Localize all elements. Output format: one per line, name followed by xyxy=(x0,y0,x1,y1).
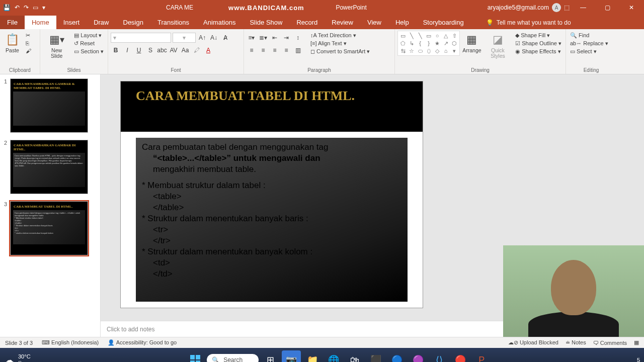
explorer-icon[interactable]: 📁 xyxy=(303,350,322,362)
font-color-button[interactable]: A xyxy=(203,45,213,55)
change-case-button[interactable]: Aa xyxy=(180,45,190,55)
thumbnail-2[interactable]: 2 CARA MENAMBAHKAN GAMBAR DI HTML.Cara m… xyxy=(2,140,98,194)
tab-insert[interactable]: Insert xyxy=(56,16,87,29)
shape-outline-button[interactable]: ☑ Shape Outline ▾ xyxy=(514,40,563,47)
tab-review[interactable]: Review xyxy=(325,16,360,29)
copilot-icon[interactable]: 🟣 xyxy=(409,350,428,362)
line-spacing-icon[interactable]: ↕ xyxy=(293,33,303,43)
bandicam-watermark: www.BANDICAM.com xyxy=(228,4,304,12)
slide-body[interactable]: Cara pembuatan tabel dengan menggunakan … xyxy=(136,138,408,302)
camera-app-icon[interactable]: 📷 xyxy=(282,350,301,362)
tray-time[interactable]: 5 xyxy=(637,357,640,362)
slide-indicator[interactable]: Slide 3 of 3 xyxy=(5,340,33,346)
autosave-icon[interactable]: 💾 xyxy=(3,4,11,11)
shapes-gallery[interactable]: ▭╲╲▭○△⇧ ⬠↳{}★↗⬡ ⇆☆⬭⬯◇⌂▾ xyxy=(397,31,460,56)
thumbnail-1[interactable]: 1 CARA MENAMBAHKAN GAMBAR & MEMBUAT TABE… xyxy=(2,78,98,133)
underline-button[interactable]: U xyxy=(134,45,144,55)
clear-format-icon[interactable]: A̷ xyxy=(220,33,230,43)
copy-icon[interactable]: ⎘ xyxy=(24,40,33,47)
section-button[interactable]: ▭ Section ▾ xyxy=(72,48,105,55)
titlebar: 💾 ↶ ↷ ▭ ▾ CARA MEwww.BANDICAM.com PowerP… xyxy=(0,0,644,15)
select-button[interactable]: ▭ Select ▾ xyxy=(569,48,610,55)
redo-icon[interactable]: ↷ xyxy=(24,4,29,11)
replace-button[interactable]: ab↔ Replace ▾ xyxy=(569,40,610,47)
system-tray[interactable]: 5 xyxy=(637,357,640,362)
increase-font-icon[interactable]: A↑ xyxy=(197,33,207,43)
tab-storyboarding[interactable]: Storyboarding xyxy=(416,16,471,29)
webcam-overlay xyxy=(503,245,644,337)
text-direction-button[interactable]: ↕A Text Direction ▾ xyxy=(309,32,371,39)
tab-record[interactable]: Record xyxy=(289,16,325,29)
obs-icon[interactable]: ⬛ xyxy=(366,350,385,362)
arrange-button[interactable]: ▦Arrange xyxy=(462,31,482,54)
slide-title[interactable]: CARA MEMBUAT TABEL DI HTML. xyxy=(121,81,423,111)
user-avatar[interactable]: A xyxy=(552,3,561,12)
accessibility-indicator[interactable]: 👤 Accessibility: Good to go xyxy=(108,339,177,346)
strike-button[interactable]: S xyxy=(145,45,155,55)
numbering-button[interactable]: ≣▾ xyxy=(258,33,268,43)
find-button[interactable]: 🔍 Find xyxy=(569,32,610,39)
cut-icon[interactable]: ✂ xyxy=(24,32,33,39)
tab-file[interactable]: File xyxy=(0,16,25,29)
tab-transitions[interactable]: Transitions xyxy=(150,16,196,29)
tab-home[interactable]: Home xyxy=(25,16,56,29)
current-slide[interactable]: CARA MEMBUAT TABEL DI HTML. Cara pembuat… xyxy=(121,81,423,308)
increase-indent-icon[interactable]: ⇥ xyxy=(281,33,291,43)
user-email[interactable]: aryajodie5@gmail.com xyxy=(488,4,549,11)
decrease-indent-icon[interactable]: ⇤ xyxy=(270,33,280,43)
columns-icon[interactable]: ▥ xyxy=(293,45,303,55)
shadow-button[interactable]: abc xyxy=(157,45,167,55)
weather-widget[interactable]: ☁ 30°CBerawan xyxy=(4,353,40,362)
task-view-icon[interactable]: ⊞ xyxy=(261,350,280,362)
tab-view[interactable]: View xyxy=(360,16,388,29)
italic-button[interactable]: I xyxy=(122,45,132,55)
format-painter-icon[interactable]: 🖌 xyxy=(24,47,33,54)
align-right-icon[interactable]: ≡ xyxy=(270,45,280,55)
maximize-button[interactable]: ▢ xyxy=(597,0,618,15)
close-button[interactable]: ✕ xyxy=(621,0,642,15)
paste-button[interactable]: 📋Paste xyxy=(3,31,22,54)
font-family-select[interactable]: ▾ xyxy=(111,33,171,43)
tab-help[interactable]: Help xyxy=(388,16,416,29)
bandicam-icon[interactable]: 🔴 xyxy=(451,350,470,362)
new-slide-button[interactable]: ▦▾New Slide xyxy=(43,31,70,60)
taskbar-search[interactable]: 🔍 Search xyxy=(207,354,259,362)
vscode-icon[interactable]: ⟨⟩ xyxy=(430,350,449,362)
align-left-icon[interactable]: ≡ xyxy=(247,45,257,55)
char-spacing-button[interactable]: AV xyxy=(169,45,179,55)
undo-icon[interactable]: ↶ xyxy=(15,4,20,11)
notes-toggle[interactable]: ≐ Notes xyxy=(566,339,586,346)
shape-effects-button[interactable]: ◉ Shape Effects ▾ xyxy=(514,48,563,55)
thumbnail-3[interactable]: 3 CARA MEMBUAT TABEL DI HTML.Cara pembua… xyxy=(2,201,98,255)
shape-fill-button[interactable]: ◆ Shape Fill ▾ xyxy=(514,32,563,39)
store-icon[interactable]: 🛍 xyxy=(345,350,364,362)
font-size-select[interactable]: ▾ xyxy=(173,33,196,43)
minimize-button[interactable]: — xyxy=(573,0,594,15)
align-text-button[interactable]: [≡] Align Text ▾ xyxy=(309,40,371,47)
convert-smartart-button[interactable]: ◻ Convert to SmartArt ▾ xyxy=(309,48,371,55)
chrome-icon[interactable]: 🌐 xyxy=(324,350,343,362)
justify-icon[interactable]: ≡ xyxy=(281,45,291,55)
highlight-button[interactable]: 🖍 xyxy=(192,45,202,55)
reset-button[interactable]: ↺ Reset xyxy=(72,40,105,47)
decrease-font-icon[interactable]: A↓ xyxy=(209,33,219,43)
powerpoint-taskbar-icon[interactable]: P xyxy=(472,350,491,362)
tab-slideshow[interactable]: Slide Show xyxy=(243,16,289,29)
edge-icon[interactable]: 🔵 xyxy=(387,350,407,362)
language-indicator[interactable]: ⌨ English (Indonesia) xyxy=(42,339,99,346)
bullets-button[interactable]: ≡▾ xyxy=(247,33,257,43)
tab-draw[interactable]: Draw xyxy=(87,16,116,29)
normal-view-icon[interactable]: ▦ xyxy=(634,339,639,346)
start-from-beginning-icon[interactable]: ▭ xyxy=(33,4,38,11)
bold-button[interactable]: B xyxy=(111,45,121,55)
tab-design[interactable]: Design xyxy=(116,16,150,29)
tab-animations[interactable]: Animations xyxy=(196,16,243,29)
start-button[interactable] xyxy=(186,350,205,362)
quick-styles-button[interactable]: ◪Quick Styles xyxy=(484,31,512,60)
layout-button[interactable]: ▤ Layout ▾ xyxy=(72,32,105,39)
comments-toggle[interactable]: 🗨 Comments xyxy=(593,340,627,346)
ribbon-options-icon[interactable]: ⬚ xyxy=(564,4,570,11)
upload-blocked-indicator[interactable]: ☁⊘ Upload Blocked xyxy=(508,339,558,346)
align-center-icon[interactable]: ≡ xyxy=(258,45,268,55)
tell-me-search[interactable]: 💡 Tell me what you want to do xyxy=(481,16,576,29)
